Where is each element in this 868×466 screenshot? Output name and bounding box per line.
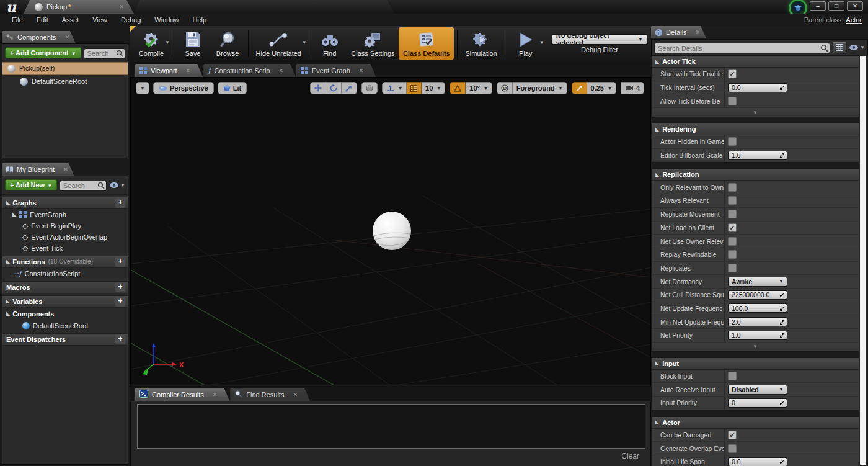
graphs-section-header[interactable]: ◣ Graphs + — [2, 197, 128, 209]
number-field-net-cull-distance-squ[interactable]: 225000000.0 — [728, 290, 787, 300]
tab-find-results[interactable]: Find Results✕ — [230, 388, 310, 401]
add-function-button[interactable]: + — [115, 257, 125, 267]
macros-section-header[interactable]: Macros + — [2, 281, 128, 293]
checkbox-always-relevant[interactable] — [728, 196, 737, 205]
menu-view[interactable]: View — [86, 14, 114, 26]
components-subsection-header[interactable]: ◣ Components — [2, 308, 128, 320]
asset-tab-pickup[interactable]: Pickup * ✕ — [24, 0, 134, 14]
section-header-rendering[interactable]: ◣Rendering — [652, 123, 859, 135]
menu-asset[interactable]: Asset — [55, 14, 86, 26]
dropdown-auto-receive-input[interactable]: Disabled▼ — [728, 385, 787, 395]
details-scrollbar[interactable] — [859, 55, 867, 466]
tab-viewport[interactable]: Viewport✕ — [135, 64, 203, 77]
default-scene-root-sphere[interactable] — [373, 212, 411, 250]
menu-debug[interactable]: Debug — [114, 14, 148, 26]
add-graph-button[interactable]: + — [115, 198, 125, 208]
move-tool-button[interactable] — [310, 82, 326, 94]
panel-close-icon[interactable]: ✕ — [696, 29, 701, 35]
property-matrix-button[interactable] — [833, 42, 846, 53]
tab-construction-scrip[interactable]: ƒConstruction Scrip✕ — [203, 64, 296, 77]
functions-section-header[interactable]: ◣ Functions (18 Overridable) + — [2, 256, 128, 268]
rotate-tool-button[interactable] — [326, 82, 342, 94]
dropdown-net-dormancy[interactable]: Awake▼ — [728, 277, 787, 287]
toolbar-button-save[interactable]: Save — [175, 27, 210, 60]
add-event-dispatcher-button[interactable]: + — [115, 334, 125, 344]
section-expander[interactable]: ▼ — [652, 108, 859, 117]
visibility-filter-button[interactable]: ▼ — [109, 182, 125, 189]
section-header-replication[interactable]: ◣Replication — [652, 169, 859, 181]
grid-snap-toggle[interactable] — [407, 82, 422, 94]
toolbar-button-hide-unrelated[interactable]: Hide Unrelated▼ — [252, 27, 306, 60]
clear-button[interactable]: Clear — [621, 452, 639, 460]
event-row-event-beginplay[interactable]: ◇Event BeginPlay — [2, 220, 128, 231]
checkbox-net-use-owner-relev[interactable] — [728, 237, 737, 246]
toolbar-button-play[interactable]: Play▼ — [508, 27, 543, 60]
number-field-min-net-update-frequ[interactable]: 2.0 — [728, 317, 787, 326]
tab-close-icon[interactable]: ✕ — [293, 392, 298, 398]
layer-select-button[interactable]: Foreground▼ — [513, 82, 567, 94]
menu-edit[interactable]: Edit — [30, 14, 55, 26]
compiler-output-area[interactable] — [137, 404, 645, 449]
tab-close-icon[interactable]: ✕ — [359, 68, 364, 74]
number-field-net-priority[interactable]: 1.0 — [728, 331, 787, 340]
layer-2d-button[interactable]: D — [497, 82, 513, 94]
tab-compiler-results[interactable]: Compiler Results✕ — [135, 388, 229, 401]
chevron-down-icon[interactable]: ▼ — [302, 40, 307, 45]
event-graph-row[interactable]: ◣ EventGraph — [2, 209, 128, 220]
coordinate-system-button[interactable] — [361, 82, 378, 94]
camera-speed-button[interactable]: 4 — [621, 82, 644, 94]
toolbar-button-class-defaults[interactable]: Class Defaults — [399, 27, 454, 60]
number-field-tick-interval-secs[interactable]: 0.0 — [728, 83, 787, 92]
rotation-snap-toggle[interactable] — [450, 82, 466, 94]
scale-tool-button[interactable] — [342, 82, 357, 94]
parent-class-link[interactable]: Actor — [846, 16, 862, 24]
checkbox-replay-rewindable[interactable] — [728, 250, 737, 259]
viewport-3d[interactable]: X ▼ Perspective Lit — [130, 77, 651, 385]
component-row-pickup-self[interactable]: Pickup(self) — [2, 62, 128, 75]
number-field-initial-life-span[interactable]: 0.0 — [728, 457, 787, 466]
number-field-editor-billboard-scale[interactable]: 1.0 — [728, 151, 787, 160]
close-button[interactable]: ✕ — [847, 1, 863, 11]
chevron-down-icon[interactable]: ▼ — [165, 40, 170, 45]
event-dispatchers-section-header[interactable]: Event Dispatchers + — [2, 333, 128, 346]
add-component-button[interactable]: + Add Component▼ — [5, 47, 81, 58]
event-row-event-tick[interactable]: ◇Event Tick — [2, 243, 128, 254]
lit-mode-button[interactable]: Lit — [218, 82, 247, 94]
add-variable-button[interactable]: + — [115, 297, 125, 307]
component-row-defaultsceneroot[interactable]: DefaultSceneRoot — [2, 75, 128, 88]
add-new-button[interactable]: + Add New▼ — [5, 179, 57, 190]
tab-close-icon[interactable]: ✕ — [119, 4, 124, 10]
checkbox-generate-overlap-eve[interactable] — [728, 444, 737, 453]
scrollbar-thumb[interactable] — [860, 56, 866, 465]
checkbox-replicate-movement[interactable] — [728, 210, 737, 218]
scale-snap-value-button[interactable]: 0.25▼ — [587, 82, 616, 94]
checkbox-start-with-tick-enable[interactable]: ✔ — [728, 69, 737, 78]
toolbar-button-compile[interactable]: Compile▼ — [134, 27, 169, 60]
menu-file[interactable]: File — [5, 14, 30, 26]
variables-section-header[interactable]: ◣ Variables + — [2, 295, 128, 308]
checkbox-net-load-on-client[interactable]: ✔ — [728, 223, 737, 232]
section-header-actor-tick[interactable]: ◣Actor Tick — [652, 56, 859, 68]
checkbox-actor-hidden-in-game[interactable] — [728, 137, 737, 146]
number-field-input-priority[interactable]: 0 — [728, 398, 787, 408]
menu-window[interactable]: Window — [148, 14, 185, 26]
panel-close-icon[interactable]: ✕ — [63, 166, 68, 173]
event-row-event-actorbeginoverlap[interactable]: ◇Event ActorBeginOverlap — [2, 231, 128, 243]
details-panel-tab[interactable]: i Details ✕ — [651, 26, 706, 38]
variable-defaultsceneroot-row[interactable]: DefaultSceneRoot — [2, 320, 128, 331]
perspective-button[interactable]: Perspective — [153, 82, 214, 94]
debug-object-selector[interactable]: No debug object selected▼ — [552, 34, 647, 45]
section-header-input[interactable]: ◣Input — [652, 358, 859, 370]
surface-snapping-button[interactable]: ▼ — [382, 82, 407, 94]
checkbox-allow-tick-before-be[interactable] — [728, 97, 737, 105]
details-search-input[interactable] — [654, 43, 830, 53]
checkbox-replicates[interactable] — [728, 264, 737, 272]
viewport-options-button[interactable]: ▼ — [136, 82, 149, 94]
toolbar-button-class-settings[interactable]: Class Settings — [347, 27, 399, 60]
checkbox-only-relevant-to-own[interactable] — [728, 183, 737, 192]
menu-help[interactable]: Help — [185, 14, 213, 26]
grid-snap-value-button[interactable]: 10▼ — [422, 82, 445, 94]
checkbox-block-input[interactable] — [728, 372, 737, 380]
toolbar-button-find[interactable]: Find — [312, 27, 347, 60]
tab-close-icon[interactable]: ✕ — [278, 68, 283, 74]
